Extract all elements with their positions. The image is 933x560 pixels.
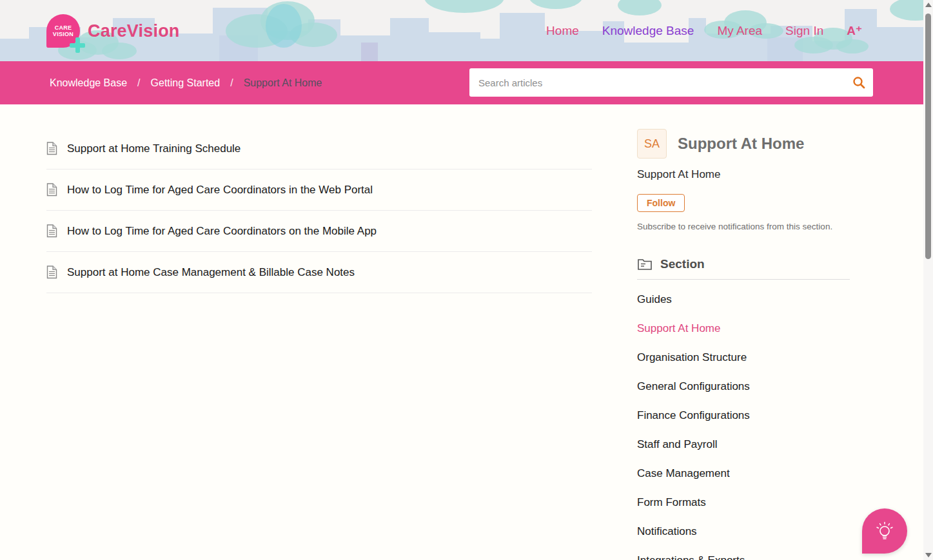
scroll-down-arrow[interactable] (923, 550, 933, 560)
breadcrumb-separator: / (230, 77, 233, 89)
section-item-form-formats[interactable]: Form Formats (637, 488, 850, 517)
page-title: Support At Home (678, 135, 804, 153)
section-item-staff-and-payroll[interactable]: Staff and Payroll (637, 430, 850, 459)
breadcrumb-current: Support At Home (244, 77, 322, 89)
lightbulb-icon (872, 519, 897, 543)
article-title: How to Log Time for Aged Care Coordinato… (67, 225, 377, 238)
feedback-lightbulb-button[interactable] (862, 508, 907, 554)
site-header: CARE VISION CareVision Home Knowledge Ba… (0, 0, 923, 61)
article-row[interactable]: How to Log Time for Aged Care Coordinato… (46, 169, 592, 211)
logo-badge: CARE VISION (46, 14, 80, 48)
nav-knowledge-base[interactable]: Knowledge Base (602, 24, 694, 38)
article-row[interactable]: Support at Home Training Schedule (46, 128, 592, 169)
search-box (469, 68, 873, 97)
section-item-guides[interactable]: Guides (637, 285, 850, 314)
logo[interactable]: CARE VISION CareVision (46, 13, 180, 49)
section-item-general-configurations[interactable]: General Configurations (637, 372, 850, 401)
document-icon (46, 224, 57, 238)
top-navigation: Home Knowledge Base My Area Sign In A⁺ (546, 0, 862, 61)
article-title: Support at Home Training Schedule (67, 142, 241, 155)
article-list: Support at Home Training Schedule How to… (46, 128, 592, 293)
section-subtitle: Support At Home (637, 168, 850, 181)
section-item-finance-configurations[interactable]: Finance Configurations (637, 401, 850, 430)
search-button[interactable] (845, 68, 873, 97)
logo-wordmark: CareVision (88, 21, 180, 41)
logo-badge-line2: VISION (53, 31, 74, 37)
breadcrumb-separator: / (137, 77, 140, 89)
article-row[interactable]: Support at Home Case Management & Billab… (46, 252, 592, 293)
font-size-increase-icon[interactable]: A⁺ (847, 23, 862, 38)
follow-button[interactable]: Follow (637, 194, 685, 212)
breadcrumb-knowledge-base[interactable]: Knowledge Base (50, 77, 127, 89)
knowledge-base-page: CARE VISION CareVision Home Knowledge Ba… (0, 0, 933, 560)
breadcrumb: Knowledge Base / Getting Started / Suppo… (50, 61, 322, 104)
section-sidebar: SA Support At Home Support At Home Follo… (637, 129, 850, 560)
nav-sign-in[interactable]: Sign In (785, 24, 823, 38)
section-item-integrations-exports[interactable]: Integrations & Exports (637, 546, 850, 560)
logo-plus-icon (70, 37, 85, 53)
search-icon (852, 76, 865, 89)
breadcrumb-getting-started[interactable]: Getting Started (151, 77, 221, 89)
subscribe-note: Subscribe to receive notifications from … (637, 222, 850, 231)
scrollbar-thumb[interactable] (925, 14, 931, 259)
logo-badge-line1: CARE (55, 24, 72, 31)
nav-my-area[interactable]: My Area (717, 24, 762, 38)
section-item-organisation-structure[interactable]: Organisation Structure (637, 343, 850, 372)
section-item-support-at-home[interactable]: Support At Home (637, 314, 850, 343)
nav-home[interactable]: Home (546, 24, 579, 38)
scroll-up-arrow[interactable] (923, 0, 933, 10)
document-icon (46, 266, 57, 279)
section-list-header: Section (637, 257, 850, 271)
section-heading: SA Support At Home (637, 129, 850, 159)
section-item-case-management[interactable]: Case Management (637, 459, 850, 488)
article-row[interactable]: How to Log Time for Aged Care Coordinato… (46, 211, 592, 252)
breadcrumb-bar: Knowledge Base / Getting Started / Suppo… (0, 61, 923, 104)
document-icon (46, 183, 57, 197)
folder-icon (637, 257, 653, 271)
avatar: SA (637, 129, 667, 159)
section-item-notifications[interactable]: Notifications (637, 517, 850, 546)
page-scrollbar (923, 0, 933, 560)
divider (637, 279, 850, 280)
section-list-title: Section (660, 257, 705, 271)
section-list: Guides Support At Home Organisation Stru… (637, 285, 850, 560)
article-title: How to Log Time for Aged Care Coordinato… (67, 184, 373, 197)
search-input[interactable] (469, 77, 845, 88)
document-icon (46, 142, 57, 155)
article-title: Support at Home Case Management & Billab… (67, 266, 355, 279)
